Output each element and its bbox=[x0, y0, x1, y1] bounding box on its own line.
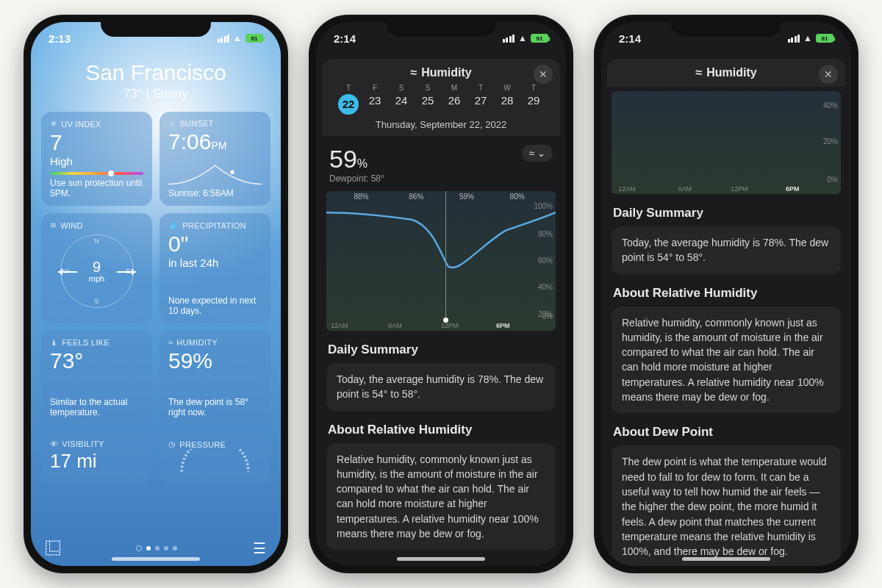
section-daily-summary: Daily Summary bbox=[328, 343, 554, 357]
humidity-chart[interactable]: 88% 86% 59% 80% 100%80%60%40%20%0% 12AM6… bbox=[326, 191, 556, 331]
pressure-gauge bbox=[168, 449, 262, 476]
notch bbox=[671, 15, 781, 37]
tile-pressure[interactable]: ◷PRESSURE bbox=[159, 432, 270, 483]
sheet-header: ≈Humidity ✕ T22F23S24S25M26T27W28T29 Thu… bbox=[322, 59, 560, 136]
wifi-icon: ▲ bbox=[518, 33, 527, 43]
home-indicator[interactable] bbox=[682, 557, 770, 561]
day-25[interactable]: S25 bbox=[415, 84, 441, 115]
sun-icon: ☀︎ bbox=[50, 119, 57, 129]
tile-feels-like[interactable]: 🌡FEELS LIKE 73° Similar to the actual te… bbox=[41, 331, 152, 425]
daily-summary-card: Today, the average humidity is 78%. The … bbox=[612, 226, 841, 274]
map-icon[interactable]: ⿺ bbox=[46, 540, 60, 557]
battery-icon: 91 bbox=[531, 34, 548, 43]
day-24[interactable]: S24 bbox=[388, 84, 415, 115]
about-humidity-card: Relative humidity, commonly known just a… bbox=[612, 306, 841, 414]
tile-footer: Sunrise: 6:58AM bbox=[168, 188, 262, 198]
battery-icon: 91 bbox=[816, 34, 833, 43]
phone-weather-main: 2:13 ▲ 91 San Francisco 73° | Sunny ☀︎UV… bbox=[24, 15, 288, 573]
about-dewpoint-card: The dew point is what the temperature wo… bbox=[612, 445, 841, 566]
tile-wind[interactable]: ≋WIND NSEW 9 mph bbox=[41, 213, 152, 323]
sunset-icon: ☼ bbox=[168, 119, 176, 128]
tile-ampm: PM bbox=[211, 140, 226, 151]
day-22[interactable]: T22 bbox=[335, 84, 362, 115]
wind-speed: 9 bbox=[93, 259, 101, 274]
droplet-icon: 💧 bbox=[168, 220, 179, 230]
day-26[interactable]: M26 bbox=[441, 84, 467, 115]
day-selector[interactable]: T22F23S24S25M26T27W28T29 bbox=[331, 79, 551, 115]
list-icon[interactable]: ☰ bbox=[253, 539, 266, 557]
current-unit: % bbox=[357, 157, 368, 170]
sheet-title: Humidity bbox=[421, 66, 471, 79]
tile-visibility[interactable]: 👁VISIBILITY 17 mi bbox=[41, 432, 152, 483]
tile-footer: Use sun protection until 5PM. bbox=[50, 178, 143, 198]
close-button[interactable]: ✕ bbox=[819, 65, 838, 84]
home-indicator[interactable] bbox=[397, 557, 485, 561]
tile-value: 0" bbox=[168, 232, 262, 257]
humidity-sheet-scrolled: 2:14 ▲ 91 ≈Humidity ✕ 40%20%0% 12AM6AM12… bbox=[601, 22, 851, 566]
tile-header: WIND bbox=[60, 221, 83, 230]
daily-summary-card: Today, the average humidity is 78%. The … bbox=[326, 363, 556, 411]
humidity-icon: ≈ bbox=[529, 148, 534, 159]
wifi-icon: ▲ bbox=[233, 33, 242, 43]
section-about-humidity: About Relative Humidity bbox=[613, 286, 839, 301]
chevron-down-icon: ⌄ bbox=[537, 148, 545, 159]
humidity-sheet: 2:14 ▲ 91 ≈Humidity ✕ T22F23S24S25M26T27… bbox=[316, 22, 566, 566]
date-full: Thursday, September 22, 2022 bbox=[331, 119, 551, 130]
sheet-header: ≈Humidity ✕ bbox=[607, 59, 845, 87]
day-27[interactable]: T27 bbox=[467, 84, 494, 115]
day-29[interactable]: T29 bbox=[520, 84, 547, 115]
tile-footer: Similar to the actual temperature. bbox=[50, 397, 143, 417]
tile-header: UV INDEX bbox=[61, 120, 101, 129]
status-time: 2:14 bbox=[334, 32, 356, 45]
tile-header: PRECIPITATION bbox=[182, 221, 246, 230]
status-time: 2:13 bbox=[49, 32, 71, 45]
tile-precipitation[interactable]: 💧PRECIPITATION 0" in last 24h None expec… bbox=[159, 213, 270, 323]
tile-sub: High bbox=[50, 155, 143, 168]
day-28[interactable]: W28 bbox=[494, 84, 520, 115]
tile-header: FEELS LIKE bbox=[62, 338, 110, 347]
phone-humidity-detail: 2:14 ▲ 91 ≈Humidity ✕ T22F23S24S25M26T27… bbox=[309, 15, 573, 573]
day-23[interactable]: F23 bbox=[362, 84, 388, 115]
gauge-icon: ◷ bbox=[168, 440, 176, 449]
eye-icon: 👁 bbox=[50, 440, 58, 448]
battery-icon: 91 bbox=[245, 34, 263, 43]
tile-value: 7:06 bbox=[168, 129, 211, 154]
notch bbox=[101, 15, 211, 37]
wind-compass: NSEW 9 mph bbox=[60, 234, 134, 308]
cellular-icon bbox=[503, 35, 515, 43]
now-marker bbox=[445, 191, 446, 320]
close-button[interactable]: ✕ bbox=[534, 65, 553, 84]
weather-summary: 73° | Sunny bbox=[31, 87, 281, 101]
current-humidity: 59 bbox=[329, 145, 357, 173]
weather-screen: 2:13 ▲ 91 San Francisco 73° | Sunny ☀︎UV… bbox=[31, 22, 281, 566]
thermometer-icon: 🌡 bbox=[50, 338, 58, 347]
tile-sub: in last 24h bbox=[168, 257, 262, 269]
tile-humidity[interactable]: ≈HUMIDITY 59% The dew point is 58° right… bbox=[159, 331, 270, 425]
wind-icon: ≋ bbox=[50, 220, 57, 230]
humidity-mini-chart[interactable]: 40%20%0% 12AM6AM12PM6PM bbox=[612, 91, 841, 194]
tile-header: VISIBILITY bbox=[62, 440, 104, 448]
home-indicator[interactable] bbox=[112, 557, 200, 561]
dewpoint-label: Dewpoint: 58° bbox=[329, 173, 384, 184]
section-about-humidity: About Relative Humidity bbox=[328, 423, 554, 437]
cellular-icon bbox=[788, 35, 800, 43]
page-dots[interactable] bbox=[136, 545, 177, 551]
tile-header: PRESSURE bbox=[179, 440, 226, 449]
humidity-icon: ≈ bbox=[410, 66, 417, 79]
svg-point-0 bbox=[230, 170, 234, 173]
tile-value: 59% bbox=[168, 348, 262, 373]
bottom-bar: ⿺ ☰ bbox=[31, 539, 281, 557]
tile-value: 7 bbox=[50, 130, 143, 155]
tile-sunset[interactable]: ☼SUNSET 7:06PM Sunrise: 6:58AM bbox=[159, 112, 270, 206]
tile-header: HUMIDITY bbox=[176, 338, 218, 347]
tile-value: 73° bbox=[50, 348, 143, 373]
section-daily-summary: Daily Summary bbox=[613, 206, 839, 220]
humidity-icon: ≈ bbox=[168, 338, 173, 347]
metric-picker[interactable]: ≈⌄ bbox=[522, 145, 553, 162]
tile-uv-index[interactable]: ☀︎UV INDEX 7 High Use sun protection unt… bbox=[41, 112, 152, 206]
wind-unit: mph bbox=[89, 274, 104, 283]
section-about-dewpoint: About Dew Point bbox=[613, 425, 839, 440]
tile-value: 17 mi bbox=[50, 450, 143, 473]
sun-curve bbox=[168, 159, 262, 188]
uv-gradient-bar bbox=[50, 172, 143, 175]
